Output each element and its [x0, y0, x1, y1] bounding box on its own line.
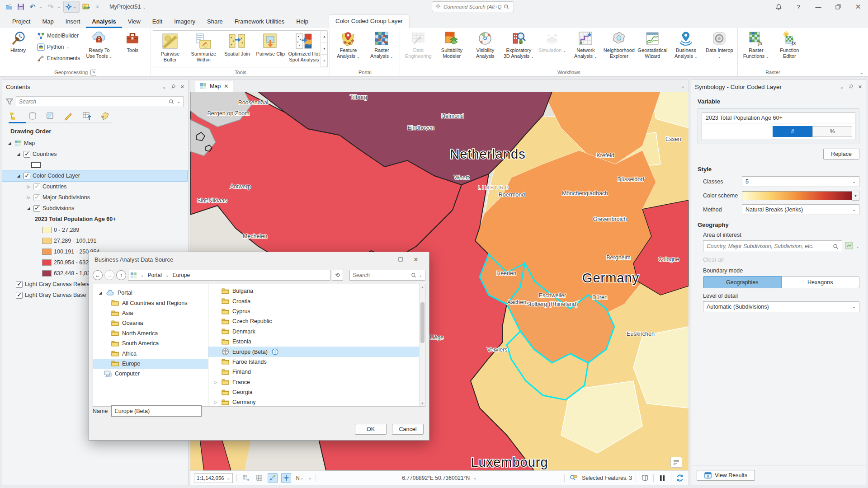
- layer-map[interactable]: ◢Map: [2, 138, 187, 149]
- redo-caret-icon[interactable]: ⌄: [57, 5, 62, 9]
- ribbon-tab-project[interactable]: Project: [6, 15, 36, 28]
- scale-combo[interactable]: 1:1,142,056⌄: [194, 473, 233, 483]
- replace-button[interactable]: Replace: [823, 149, 859, 160]
- dialog-search-input[interactable]: [353, 272, 409, 278]
- dialog-searchbox[interactable]: ⌄: [349, 270, 425, 281]
- ribbon-tab-framework-utilities[interactable]: Framework Utilities: [229, 15, 291, 28]
- ribbon-tab-imagery[interactable]: Imagery: [168, 15, 201, 28]
- boundary-hexagons-toggle[interactable]: Hexagons: [782, 276, 860, 288]
- sublayer-subdivisions[interactable]: ◢Subdivisions: [2, 203, 187, 214]
- map-overflow-button[interactable]: [670, 457, 682, 468]
- tree-portal[interactable]: ◢Portal: [93, 288, 208, 298]
- ribbon-button-visibility[interactable]: Visibility Analysis: [469, 29, 501, 68]
- view-results-button[interactable]: View Results: [697, 470, 755, 481]
- expander-icon[interactable]: ▷: [26, 195, 31, 200]
- restore-button[interactable]: [828, 0, 848, 14]
- tree-folder-oceania[interactable]: Oceania: [93, 318, 208, 328]
- ribbon-button-function-editor[interactable]: fxFunction Editor: [773, 29, 806, 68]
- symbology-menu-icon[interactable]: ⌄: [840, 84, 844, 90]
- layer-checkbox[interactable]: [24, 151, 30, 158]
- notifications-icon[interactable]: [769, 0, 788, 14]
- layer-checkbox[interactable]: [33, 205, 40, 212]
- gallery-item-hot-spot[interactable]: Optimized Hot Spot Analysis: [287, 31, 321, 67]
- list-item-estonia[interactable]: Estonia: [208, 337, 419, 347]
- command-search-input[interactable]: [443, 4, 501, 9]
- layer-checkbox[interactable]: [16, 281, 23, 288]
- legend-field-name[interactable]: 2023 Total Population Age 60+: [2, 214, 187, 225]
- unit-number-toggle[interactable]: #: [773, 126, 812, 137]
- list-by-editing-icon[interactable]: [63, 111, 75, 122]
- dialog-launcher-icon[interactable]: [90, 70, 96, 75]
- back-icon[interactable]: ←: [93, 270, 103, 280]
- contents-close-icon[interactable]: ✕: [180, 84, 184, 90]
- color-scheme-dropdown-icon[interactable]: ▾: [852, 191, 859, 201]
- list-item-germany[interactable]: ▷Germany: [208, 397, 419, 406]
- list-item-denmark[interactable]: Denmark: [208, 327, 419, 337]
- list-item-faroe-islands[interactable]: Faroe Islands: [208, 357, 419, 367]
- legend-class-row[interactable]: 0 - 27,289: [2, 225, 187, 235]
- sublayer-countries[interactable]: ▷Countries: [2, 181, 187, 192]
- selected-features-label[interactable]: Selected Features: 3: [582, 475, 632, 481]
- gallery-item-pairwise-clip[interactable]: Pairwise Clip: [254, 31, 287, 67]
- symbology-pin-icon[interactable]: [849, 84, 854, 90]
- undo-icon[interactable]: ↶: [27, 1, 38, 12]
- variable-value[interactable]: 2023 Total Population Age 60+: [702, 113, 855, 123]
- breadcrumb-root[interactable]: Portal: [148, 272, 162, 278]
- info-icon[interactable]: [272, 348, 278, 355]
- snapping-toggle-icon[interactable]: [268, 473, 278, 483]
- ribbon-button-network[interactable]: Network Analysis ⌄: [569, 29, 602, 68]
- forward-icon[interactable]: →: [104, 270, 114, 280]
- symbol-swatch[interactable]: [31, 162, 41, 168]
- expander-icon[interactable]: ▷: [26, 184, 31, 189]
- ribbon-button-feature-analysis[interactable]: Feature Analysis ⌄: [332, 29, 364, 68]
- legend-swatch[interactable]: [42, 249, 52, 255]
- tree-folder-africa[interactable]: Africa: [93, 348, 208, 358]
- legend-swatch[interactable]: [42, 259, 52, 266]
- expander-icon[interactable]: ◢: [16, 174, 21, 178]
- aoi-caret-icon[interactable]: ⌄: [856, 244, 859, 249]
- aoi-input[interactable]: [707, 243, 833, 249]
- undo-caret-icon[interactable]: ⌄: [39, 5, 44, 9]
- contents-search-input[interactable]: [19, 99, 166, 105]
- layer-checkbox[interactable]: [33, 183, 40, 190]
- list-by-labeling-icon[interactable]: [99, 111, 111, 122]
- minimize-button[interactable]: —: [808, 0, 828, 14]
- list-by-selection-icon[interactable]: [45, 111, 57, 122]
- legend-class-row[interactable]: 27,289 - 100,191: [2, 235, 187, 246]
- coordinates-readout[interactable]: 6.7708892°E 50.7360021°N⌄: [402, 475, 476, 481]
- cancel-button[interactable]: Cancel: [392, 424, 424, 435]
- grid-add-icon[interactable]: [241, 473, 250, 483]
- dialog-maximize-icon[interactable]: [393, 253, 408, 265]
- legend-swatch[interactable]: [42, 270, 52, 277]
- contents-pin-icon[interactable]: [171, 84, 176, 90]
- list-by-data-source-icon[interactable]: [27, 111, 38, 122]
- contents-searchbox[interactable]: ⌄: [16, 96, 184, 107]
- layer-checkbox[interactable]: [16, 292, 23, 299]
- layer-color-coded[interactable]: ◢Color Coded Layer: [2, 170, 187, 181]
- tree-folder-asia[interactable]: Asia: [93, 308, 208, 318]
- list-item-finland[interactable]: Finland: [208, 367, 419, 377]
- dialog-close-icon[interactable]: ✕: [408, 253, 424, 265]
- dialog-scrollbar[interactable]: ▲▼: [419, 284, 425, 406]
- color-scheme-bar[interactable]: [742, 191, 852, 200]
- filter-icon[interactable]: [6, 99, 13, 105]
- ribbon-tab-edit[interactable]: Edit: [146, 15, 168, 28]
- symbology-close-icon[interactable]: ✕: [858, 84, 862, 90]
- help-icon[interactable]: ?: [788, 0, 808, 14]
- close-button[interactable]: ✕: [848, 0, 868, 14]
- countries-symbol-swatch[interactable]: [2, 160, 187, 170]
- refresh-map-icon[interactable]: [675, 473, 685, 483]
- list-item-bulgaria[interactable]: Bulgaria: [208, 286, 419, 296]
- ribbon-collapse-icon[interactable]: ⌄: [860, 70, 863, 75]
- ribbon-button-history[interactable]: History: [2, 29, 34, 68]
- ribbon-tab-help[interactable]: Help: [290, 15, 314, 28]
- ribbon-tab-share[interactable]: Share: [201, 15, 229, 28]
- ribbon-button-data-engineering[interactable]: Data Engineering: [402, 29, 434, 68]
- classes-select[interactable]: 5⌄: [742, 176, 859, 187]
- list-item-croatia[interactable]: Croatia: [208, 296, 419, 306]
- command-search[interactable]: [432, 1, 514, 12]
- map-view-tab[interactable]: Map ✕: [195, 80, 233, 92]
- ribbon-button-python[interactable]: Python ⌄: [35, 42, 82, 52]
- redo-icon[interactable]: ↷: [45, 1, 56, 12]
- expander-icon[interactable]: ◢: [26, 206, 31, 211]
